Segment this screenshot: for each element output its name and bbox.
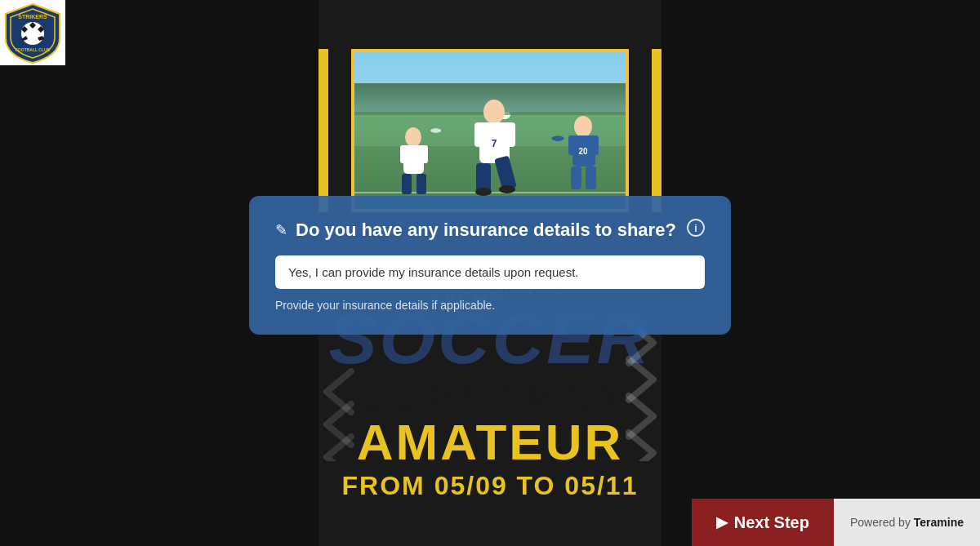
svg-rect-6 <box>416 174 426 194</box>
svg-text:7: 7 <box>492 138 497 149</box>
powered-by-prefix: Powered by <box>850 516 911 529</box>
next-step-button[interactable]: ▶ Next Step <box>692 499 834 546</box>
svg-rect-15 <box>502 122 515 147</box>
yellow-stripe-right <box>652 49 662 212</box>
bottom-bar: ▶ Next Step Powered by Teramine <box>692 499 980 546</box>
soccer-photo: 7 20 <box>351 49 629 212</box>
svg-point-3 <box>405 127 421 147</box>
logo-container: STRIKERS FOOTBALL CLUB <box>0 0 65 65</box>
powered-by: Powered by Teramine <box>834 499 980 546</box>
svg-text:20: 20 <box>579 147 589 156</box>
svg-rect-5 <box>402 174 412 194</box>
svg-rect-14 <box>474 122 488 147</box>
powered-by-brand: Teramine <box>914 516 964 529</box>
yellow-stripe-left <box>318 49 328 212</box>
svg-rect-12 <box>476 163 491 192</box>
svg-rect-20 <box>571 166 581 189</box>
svg-rect-21 <box>586 166 596 189</box>
svg-point-17 <box>499 185 515 193</box>
modal-header: ✎ Do you have any insurance details to s… <box>275 219 705 241</box>
svg-text:i: i <box>694 222 697 234</box>
svg-point-18 <box>574 116 592 137</box>
info-icon[interactable]: i <box>687 219 705 241</box>
edit-icon: ✎ <box>275 221 287 239</box>
next-step-arrow: ▶ <box>716 513 728 531</box>
modal-title: Do you have any insurance details to sha… <box>296 220 676 241</box>
svg-text:FOOTBALL CLUB: FOOTBALL CLUB <box>16 47 51 52</box>
photo-image: 7 20 <box>354 52 626 209</box>
modal-helper-text: Provide your insurance details if applic… <box>275 299 705 312</box>
modal-card: ✎ Do you have any insurance details to s… <box>249 196 731 335</box>
insurance-input[interactable] <box>275 255 705 289</box>
modal-title-row: ✎ Do you have any insurance details to s… <box>275 220 676 241</box>
dates-label: FROM 05/09 TO 05/11 <box>310 471 670 501</box>
tournament-label: TOURNAMENT <box>310 375 670 417</box>
svg-rect-8 <box>418 145 428 163</box>
svg-rect-7 <box>400 145 410 163</box>
amateur-label: AMATEUR <box>310 417 670 468</box>
svg-text:STRIKERS: STRIKERS <box>18 14 47 20</box>
svg-rect-23 <box>587 135 599 155</box>
logo: STRIKERS FOOTBALL CLUB <box>4 4 61 61</box>
svg-point-9 <box>483 100 505 124</box>
svg-point-16 <box>475 188 492 196</box>
next-step-label: Next Step <box>734 513 809 532</box>
